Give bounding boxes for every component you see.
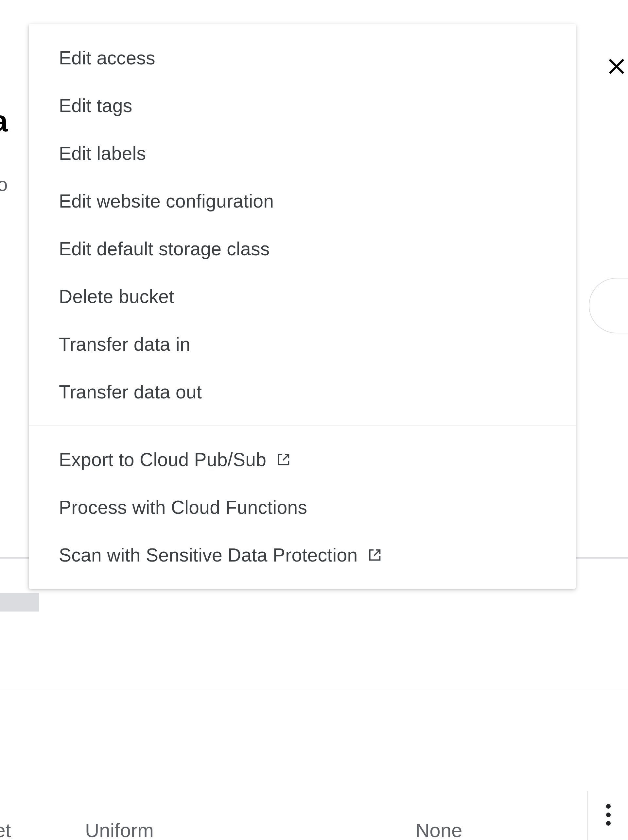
table-cell-access-control: Uniform [85, 819, 154, 840]
menu-section-2: Export to Cloud Pub/Sub Process with Clo… [29, 426, 576, 589]
svg-point-5 [606, 813, 611, 817]
menu-item-scan-sensitive-data[interactable]: Scan with Sensitive Data Protection [29, 531, 576, 579]
table-cell-protection: None [415, 819, 462, 840]
menu-item-label: Edit default storage class [59, 238, 270, 259]
row-more-actions-button[interactable] [595, 801, 622, 830]
menu-item-edit-website-configuration[interactable]: Edit website configuration [29, 177, 576, 225]
close-button[interactable] [602, 52, 628, 82]
external-link-icon [367, 548, 382, 562]
background-greybar [0, 593, 39, 611]
menu-item-delete-bucket[interactable]: Delete bucket [29, 273, 576, 320]
menu-item-process-cloud-functions[interactable]: Process with Cloud Functions [29, 483, 576, 531]
menu-item-label: Edit labels [59, 142, 146, 164]
svg-point-4 [606, 804, 611, 808]
menu-item-edit-tags[interactable]: Edit tags [29, 82, 576, 129]
svg-line-3 [375, 550, 380, 556]
menu-item-label: Delete bucket [59, 286, 174, 307]
menu-item-transfer-data-in[interactable]: Transfer data in [29, 320, 576, 368]
background-text-fragment-1: eco [0, 173, 8, 195]
menu-item-label: Transfer data in [59, 333, 190, 355]
table-cell-access: rnet [0, 819, 11, 840]
menu-item-edit-labels[interactable]: Edit labels [29, 129, 576, 177]
svg-line-2 [283, 455, 288, 460]
menu-item-label: Scan with Sensitive Data Protection [59, 544, 358, 566]
column-divider [587, 791, 588, 840]
external-link-icon [276, 452, 291, 467]
svg-point-6 [606, 821, 611, 826]
menu-item-edit-access[interactable]: Edit access [29, 34, 576, 82]
bucket-actions-menu: Edit access Edit tags Edit labels Edit w… [29, 24, 576, 589]
background-divider-2 [0, 690, 628, 690]
menu-item-label: Process with Cloud Functions [59, 496, 307, 518]
menu-item-label: Export to Cloud Pub/Sub [59, 449, 266, 471]
menu-item-label: Edit website configuration [59, 190, 274, 212]
menu-section-1: Edit access Edit tags Edit labels Edit w… [29, 24, 576, 426]
close-icon [605, 55, 628, 79]
menu-item-label: Edit access [59, 47, 155, 69]
menu-item-label: Transfer data out [59, 381, 202, 403]
menu-item-transfer-data-out[interactable]: Transfer data out [29, 368, 576, 416]
more-vert-icon [606, 804, 611, 827]
background-title-fragment: da [0, 104, 8, 138]
menu-item-edit-default-storage-class[interactable]: Edit default storage class [29, 225, 576, 273]
background-edit-pill [589, 278, 628, 333]
menu-item-export-pubsub[interactable]: Export to Cloud Pub/Sub [29, 436, 576, 483]
menu-item-label: Edit tags [59, 95, 133, 116]
